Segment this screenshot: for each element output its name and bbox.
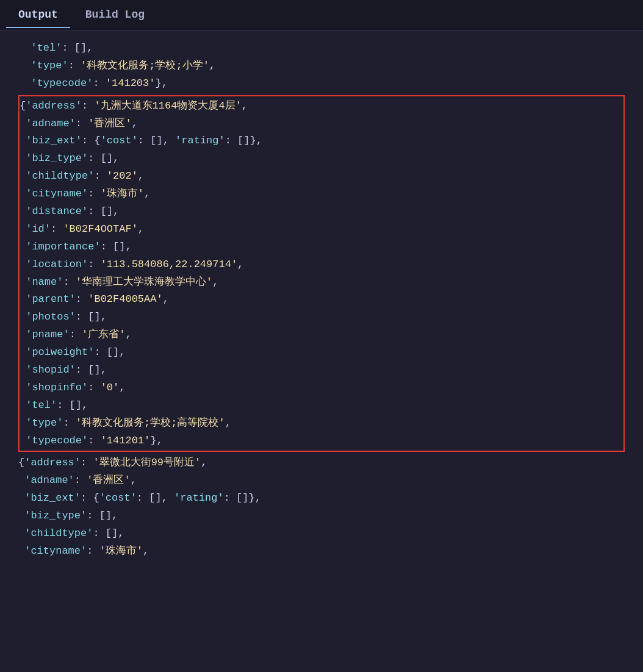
post-line-1: {'address': '翠微北大街99号附近', — [18, 454, 625, 472]
hl-line-2: 'adname': '香洲区', — [20, 115, 623, 133]
post-line-3: 'biz_ext': {'cost': [], 'rating': []}, — [18, 490, 625, 507]
hl-line-15: 'poiweight': [], — [20, 344, 623, 362]
hl-line-6: 'cityname': '珠海市', — [20, 185, 623, 203]
hl-line-12: 'parent': 'B02F4005AA', — [20, 291, 623, 309]
hl-line-11: 'name': '华南理工大学珠海教学中心', — [20, 274, 623, 291]
hl-line-10: 'location': '113.584086,22.249714', — [20, 256, 623, 274]
output-area: 'tel': [], 'type': '科教文化服务;学校;小学', 'type… — [0, 30, 643, 570]
post-line-6: 'cityname': '珠海市', — [18, 543, 625, 560]
hl-line-14: 'pname': '广东省', — [20, 326, 623, 344]
hl-line-8: 'id': 'B02F4OOTAF', — [20, 221, 623, 238]
hl-line-5: 'childtype': '202', — [20, 168, 623, 185]
hl-line-1: {'address': '九洲大道东1164物资大厦4层', — [20, 98, 623, 115]
hl-line-20: 'typecode': '141201'}, — [20, 432, 623, 450]
hl-line-18: 'tel': [], — [20, 397, 623, 415]
post-line-2: 'adname': '香洲区', — [18, 472, 625, 490]
hl-line-16: 'shopid': [], — [20, 362, 623, 379]
post-line-4: 'biz_type': [], — [18, 507, 625, 525]
tab-build-log[interactable]: Build Log — [73, 2, 157, 28]
hl-line-13: 'photos': [], — [20, 309, 623, 326]
hl-line-19: 'type': '科教文化服务;学校;高等院校', — [20, 415, 623, 432]
pre-line-2: 'type': '科教文化服务;学校;小学', — [18, 57, 625, 75]
hl-line-3: 'biz_ext': {'cost': [], 'rating': []}, — [20, 132, 623, 150]
highlighted-record: {'address': '九洲大道东1164物资大厦4层', 'adname':… — [18, 95, 625, 452]
hl-line-4: 'biz_type': [], — [20, 150, 623, 168]
hl-line-17: 'shopinfo': '0', — [20, 379, 623, 397]
hl-line-7: 'distance': [], — [20, 203, 623, 221]
post-line-5: 'childtype': [], — [18, 525, 625, 543]
tab-output[interactable]: Output — [6, 2, 70, 28]
hl-line-9: 'importance': [], — [20, 238, 623, 256]
tab-bar: Output Build Log — [0, 0, 643, 30]
pre-line-1: 'tel': [], — [18, 40, 625, 57]
app-container: Output Build Log 'tel': [], 'type': '科教文… — [0, 0, 643, 570]
pre-line-3: 'typecode': '141203'}, — [18, 75, 625, 93]
